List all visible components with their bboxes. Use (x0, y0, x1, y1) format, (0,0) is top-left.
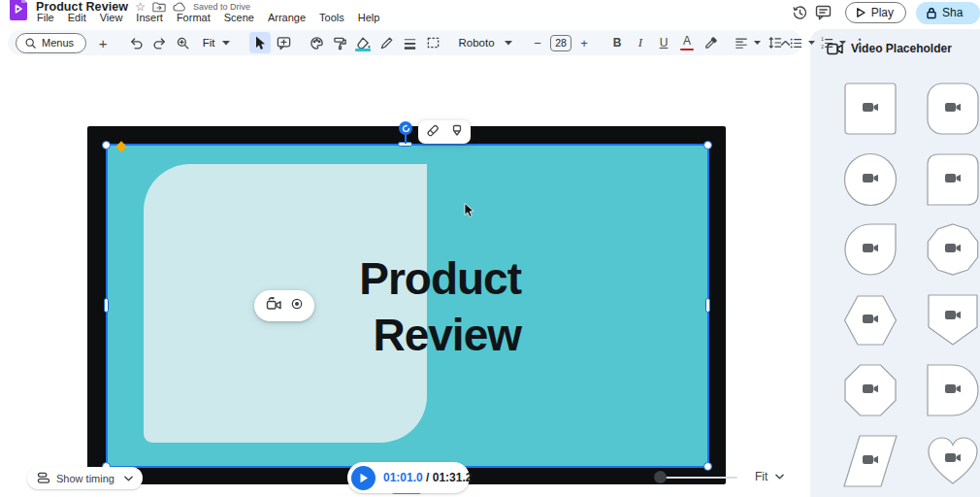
chevron-down-icon (775, 474, 784, 480)
placeholder-shape-banner[interactable] (926, 293, 980, 348)
selection-handle-left[interactable] (104, 298, 109, 313)
replace-video-icon[interactable] (266, 297, 282, 315)
show-timing-button[interactable]: Show timing (27, 467, 143, 489)
menu-tools[interactable]: Tools (319, 12, 344, 23)
placeholder-shape-heart[interactable] (926, 434, 980, 488)
zoom-slider-thumb[interactable] (654, 471, 667, 483)
zoom-fit-select[interactable]: Fit (195, 32, 238, 53)
editor-canvas[interactable]: Product Review (0, 56, 810, 497)
format-paint-icon[interactable] (329, 32, 350, 53)
selection-handle-right[interactable] (705, 298, 710, 313)
underline-button[interactable]: U (653, 32, 674, 53)
zoom-fit-select-bottom[interactable]: Fit (755, 470, 784, 483)
topbar: Product Review ☆ Saved to Drive File Edi… (0, 0, 980, 27)
comment-icon[interactable] (812, 1, 835, 24)
show-timing-label: Show timing (56, 473, 114, 484)
select-tool-button[interactable] (249, 32, 271, 53)
redo-button[interactable] (148, 32, 170, 53)
save-status: Saved to Drive (193, 2, 250, 12)
highlight-color-icon[interactable] (700, 32, 721, 53)
placeholder-shape-circle[interactable] (843, 152, 898, 207)
font-size-decrease-button[interactable]: − (527, 32, 548, 53)
fill-color-icon[interactable] (352, 32, 374, 53)
text-color-button[interactable]: A (676, 32, 698, 53)
numbered-list-select[interactable]: 1 2 (818, 32, 847, 53)
align-select[interactable] (733, 32, 762, 53)
time-display: 01:01.0 / 01:31.2 (383, 471, 472, 484)
rotation-handle[interactable] (399, 121, 412, 135)
menu-arrange[interactable]: Arrange (268, 12, 306, 23)
italic-button[interactable]: I (630, 32, 651, 53)
menus-search-pill[interactable]: Menus (16, 33, 86, 53)
zoom-fit-label: Fit (755, 470, 768, 483)
bold-button[interactable]: B (606, 32, 628, 53)
collapse-toolbar-button[interactable] (774, 32, 796, 53)
undo-button[interactable] (125, 32, 147, 53)
font-family-select[interactable]: Roboto (455, 32, 515, 53)
placeholder-shape-octagon[interactable] (843, 363, 898, 417)
chevron-down-icon (808, 41, 815, 46)
total-time: 01:31.2 (433, 471, 473, 484)
pin-icon[interactable] (450, 123, 464, 142)
font-size-field[interactable]: 28 (550, 32, 572, 53)
google-vids-app: Product Review (0, 0, 980, 497)
placeholder-shape-rounded-square[interactable] (926, 82, 980, 136)
border-dash-icon[interactable] (422, 32, 443, 53)
placeholder-shape-rounded-square-sharp-corner[interactable] (926, 152, 980, 207)
slide-title-text[interactable]: Product Review (359, 250, 521, 363)
chevron-down-icon (124, 476, 133, 481)
chevron-down-icon (222, 41, 230, 46)
playback-pill: 01:01.0 / 01:31.2 (347, 462, 470, 493)
svg-text:1: 1 (821, 37, 824, 42)
vids-logo[interactable] (10, 0, 27, 20)
menu-format[interactable]: Format (177, 12, 211, 23)
star-icon[interactable]: ☆ (135, 2, 146, 12)
border-weight-icon[interactable] (399, 32, 420, 53)
search-icon (24, 37, 37, 50)
placeholder-shape-hexagon[interactable] (843, 293, 898, 348)
placeholder-action-pill[interactable] (254, 290, 314, 321)
slide-title-line2: Review (359, 307, 521, 363)
add-scene-button[interactable]: + (92, 32, 114, 53)
playback-play-button[interactable] (351, 466, 376, 490)
zoom-slider-track[interactable] (656, 477, 737, 479)
fill-color-swatch (355, 49, 371, 51)
play-button[interactable]: Play (845, 2, 906, 23)
selection-handle-top-right[interactable] (703, 141, 712, 149)
zoom-icon[interactable] (172, 32, 193, 53)
svg-text:2: 2 (821, 45, 824, 50)
time-separator: / (423, 471, 433, 484)
chevron-down-icon (754, 41, 761, 46)
text-color-swatch (680, 49, 694, 51)
placeholder-shape-d[interactable] (926, 363, 980, 417)
menu-file[interactable]: File (37, 12, 54, 23)
menus-pill-label: Menus (42, 37, 74, 49)
share-button[interactable]: Sha (916, 2, 980, 24)
mouse-cursor (464, 203, 474, 222)
placeholder-shape-parallelogram[interactable] (843, 434, 898, 488)
video-placeholder-panel-sidebar: Video Placeholder (810, 29, 980, 497)
current-time: 01:01.0 (383, 471, 423, 484)
menu-edit[interactable]: Edit (68, 12, 86, 23)
menu-view[interactable]: View (100, 12, 123, 23)
chevron-down-icon (505, 41, 512, 46)
menu-scene[interactable]: Scene (224, 12, 254, 23)
add-comment-button[interactable] (273, 32, 294, 53)
menu-insert[interactable]: Insert (136, 12, 163, 23)
palette-icon[interactable] (306, 32, 327, 53)
font-size-increase-button[interactable]: + (573, 32, 595, 53)
placeholder-shape-decagon[interactable] (926, 222, 980, 277)
more-options-button[interactable]: ⋮ (849, 32, 870, 53)
placeholder-shape-square[interactable] (843, 82, 898, 136)
selection-handle-bottom-right[interactable] (703, 462, 712, 471)
border-color-icon[interactable] (376, 32, 397, 53)
menu-help[interactable]: Help (358, 12, 380, 23)
floating-mini-toolbar (418, 120, 471, 144)
placeholder-shape-teardrop[interactable] (843, 222, 898, 277)
eraser-icon[interactable] (425, 122, 441, 143)
selection-handle-top-left[interactable] (102, 141, 111, 149)
share-button-label: Sha (942, 6, 963, 19)
timing-icon (37, 472, 50, 484)
record-icon[interactable] (290, 297, 304, 315)
version-history-icon[interactable] (789, 1, 812, 24)
